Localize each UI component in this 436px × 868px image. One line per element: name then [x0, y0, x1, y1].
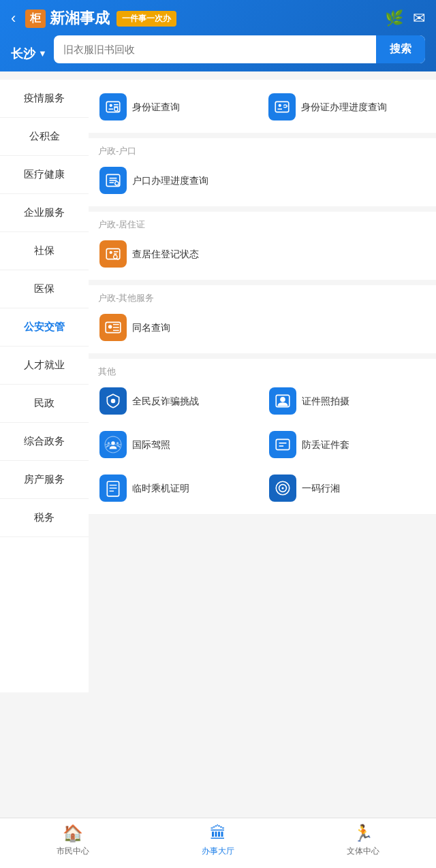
- svg-point-44: [281, 487, 283, 489]
- content-area: 身份证查询 身份证办理进度查询 户政-户口: [89, 80, 436, 692]
- service-id-photo[interactable]: 证件照拍摄: [265, 382, 429, 420]
- residence-icon: [99, 240, 127, 268]
- anti-loss-icon: [269, 431, 296, 458]
- service-id-progress[interactable]: 身份证办理进度查询: [264, 88, 429, 126]
- app-name: 新湘事成: [50, 8, 110, 29]
- sidebar-item-tax[interactable]: 税务: [0, 499, 89, 537]
- sidebar-item-talent[interactable]: 人才就业: [0, 347, 89, 385]
- service-hukou-progress[interactable]: 户口办理进度查询: [95, 161, 429, 199]
- service-anti-loss[interactable]: 防丢证件套: [265, 425, 429, 464]
- temp-fly-icon: [99, 475, 127, 502]
- banner: 一件事一次办: [116, 11, 176, 27]
- svg-point-27: [111, 399, 116, 404]
- mail-icon[interactable]: ✉: [413, 10, 425, 27]
- svg-point-5: [114, 108, 118, 111]
- city-selector[interactable]: 长沙 ▼: [11, 46, 47, 62]
- section-hukou-header: 户政-户口: [89, 138, 436, 161]
- sidebar-item-civil[interactable]: 民政: [0, 385, 89, 423]
- svg-point-31: [108, 442, 110, 444]
- service-intl-license[interactable]: 国际驾照: [95, 425, 260, 464]
- section-hukou-other: 户政-其他服务 同名查询: [89, 285, 436, 353]
- svg-point-14: [115, 182, 119, 185]
- sidebar-item-medical[interactable]: 医保: [0, 270, 89, 308]
- svg-line-15: [118, 184, 119, 186]
- service-residence-query[interactable]: 查居住登记状态: [95, 235, 429, 273]
- anti-fraud-icon: [99, 387, 127, 415]
- section-other: 其他 全民反诈骗挑战 证件照拍摄: [89, 359, 436, 514]
- svg-point-32: [116, 442, 119, 444]
- section-other-header: 户政-其他服务: [89, 285, 436, 308]
- same-name-icon: [99, 314, 127, 341]
- id-photo-icon: [269, 387, 296, 415]
- sidebar-item-fund[interactable]: 公积金: [0, 118, 89, 156]
- search-bar: 搜索: [54, 35, 425, 63]
- svg-point-28: [280, 397, 285, 402]
- service-anti-fraud[interactable]: 全民反诈骗挑战: [95, 382, 260, 420]
- id-query-label: 身份证查询: [132, 101, 180, 113]
- hukou-progress-icon: [99, 167, 127, 194]
- service-same-name[interactable]: 同名查询: [95, 308, 429, 347]
- sidebar-item-social[interactable]: 社保: [0, 232, 89, 270]
- intl-license-label: 国际驾照: [132, 438, 170, 451]
- intl-license-icon: [99, 431, 127, 458]
- svg-rect-38: [107, 481, 119, 496]
- city-name: 长沙: [11, 46, 35, 62]
- svg-point-1: [110, 104, 112, 107]
- id-progress-label: 身份证办理进度查询: [301, 101, 387, 113]
- anti-fraud-label: 全民反诈骗挑战: [132, 395, 199, 407]
- sidebar-item-epidemic[interactable]: 疫情服务: [0, 80, 89, 118]
- residence-label: 查居住登记状态: [132, 248, 199, 260]
- id-query-icon: [99, 93, 127, 120]
- section-hukou-hukou: 户政-户口 户口办理进度查询: [89, 138, 436, 206]
- sidebar-item-general[interactable]: 综合政务: [0, 423, 89, 461]
- svg-point-20: [114, 255, 117, 259]
- one-code-icon: [269, 475, 296, 502]
- section-hukou-residence: 户政-居住证 查居住登记状态: [89, 212, 436, 280]
- same-name-label: 同名查询: [132, 321, 170, 334]
- anti-loss-label: 防丢证件套: [302, 438, 349, 451]
- logo-abbr: 柜: [25, 10, 46, 28]
- svg-point-23: [108, 325, 112, 328]
- sidebar-item-housing[interactable]: 房产服务: [0, 461, 89, 499]
- service-temp-fly[interactable]: 临时乘机证明: [95, 469, 260, 507]
- service-one-code[interactable]: 一码行湘: [265, 469, 429, 507]
- temp-fly-label: 临时乘机证明: [132, 482, 189, 494]
- id-photo-label: 证件照拍摄: [302, 395, 349, 407]
- search-button[interactable]: 搜索: [376, 35, 425, 63]
- one-code-label: 一码行湘: [302, 482, 340, 494]
- svg-rect-35: [276, 439, 290, 449]
- sidebar-item-police[interactable]: 公安交管: [0, 308, 89, 347]
- city-dropdown-icon: ▼: [38, 48, 47, 59]
- svg-point-17: [110, 251, 112, 254]
- section-other2-header: 其他: [89, 359, 436, 382]
- id-progress-icon: [268, 93, 296, 120]
- leaf-icon: 🌿: [385, 10, 403, 27]
- search-input[interactable]: [54, 37, 376, 62]
- svg-point-8: [279, 104, 281, 107]
- sidebar: 疫情服务 公积金 医疗健康 企业服务 社保 医保 公安交管 人才就业 民政 综合…: [0, 80, 89, 692]
- section-residence-header: 户政-居住证: [89, 212, 436, 235]
- sidebar-item-enterprise[interactable]: 企业服务: [0, 194, 89, 232]
- service-id-query[interactable]: 身份证查询: [95, 88, 260, 126]
- back-button[interactable]: ‹: [11, 10, 21, 27]
- hukou-progress-label: 户口办理进度查询: [132, 174, 208, 187]
- sidebar-item-health[interactable]: 医疗健康: [0, 156, 89, 194]
